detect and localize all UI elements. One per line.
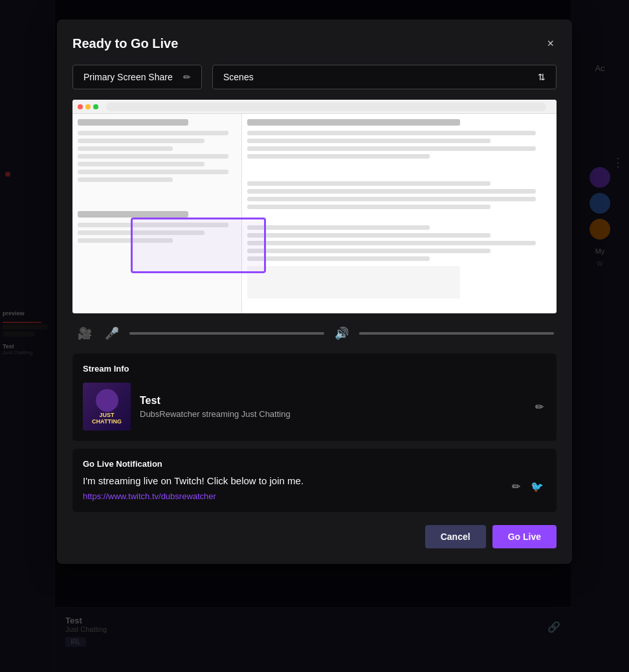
browser-text-7 [78,170,228,174]
browser-right-text-12 [247,241,536,245]
browser-right-text-13 [247,249,491,253]
notification-section: Go Live Notification I'm streaming live … [72,449,557,512]
stream-text-info: Test DubsRewatcher streaming Just Chatti… [140,395,524,419]
browser-right-text-4 [247,146,536,151]
browser-right-text-8 [247,197,536,201]
screen-share-label: Primary Screen Share [83,72,173,82]
stream-info-section: Stream Info JustChatting Test DubsRewatc… [72,353,557,441]
notification-text-area: I'm streaming live on Twitch! Click belo… [83,475,502,502]
av-controls: 🎥 🎤 🔊 [72,324,557,343]
go-live-button[interactable]: Go Live [492,525,557,548]
browser-bar [72,100,557,114]
browser-right-panel [242,114,557,313]
browser-right-text-1 [247,119,460,126]
notification-link[interactable]: https://www.twitch.tv/dubsrewatcher [83,491,216,501]
browser-text-8 [78,177,173,182]
stream-thumbnail: JustChatting [83,383,131,431]
notification-message: I'm streaming live on Twitch! Click belo… [83,475,502,486]
stream-info-edit-button[interactable]: ✏ [533,398,546,416]
volume-button[interactable]: 🔊 [332,324,351,343]
thumbnail-inner: JustChatting [83,383,131,431]
notification-edit-button[interactable]: ✏ [509,478,523,495]
browser-dot-yellow [85,104,91,109]
browser-content [72,114,557,313]
browser-text-9 [78,211,188,218]
close-button[interactable]: × [544,35,557,52]
chevron-icon: ⇅ [538,72,546,82]
browser-text-5 [78,154,228,159]
browser-text-4 [78,146,173,151]
modal-footer: Cancel Go Live [72,525,557,548]
stream-description: DubsRewatcher streaming Just Chatting [140,409,524,419]
scenes-dropdown[interactable]: Scenes ⇅ [212,65,557,89]
screen-share-button[interactable]: Primary Screen Share ✏ [72,65,202,89]
browser-dot-red [78,104,83,109]
preview-area [72,100,557,313]
scenes-label: Scenes [223,72,254,82]
notification-twitter-button[interactable]: 🐦 [528,478,546,495]
modal: Ready to Go Live × Primary Screen Share … [57,19,572,564]
browser-right-text-6 [247,181,491,186]
browser-dot-green [93,104,98,109]
stream-info-title: Stream Info [83,364,546,374]
browser-right-text-14 [247,256,430,261]
browser-mockup [72,100,557,313]
browser-text-3 [78,139,204,143]
modal-header: Ready to Go Live × [72,35,557,52]
video-button[interactable]: 🎥 [75,324,94,343]
screen-share-edit-icon: ✏ [183,72,191,82]
cancel-button[interactable]: Cancel [425,525,486,548]
thumbnail-circle [96,389,118,412]
browser-right-text-10 [247,225,430,230]
browser-text-6 [78,162,204,166]
notification-body: I'm streaming live on Twitch! Click belo… [83,475,546,502]
mic-button[interactable]: 🎤 [102,324,122,343]
stream-info-content: JustChatting Test DubsRewatcher streamin… [83,383,546,431]
stream-title: Test [140,395,524,407]
volume-slider-fill [359,332,554,335]
notification-title: Go Live Notification [83,459,546,469]
thumbnail-text: JustChatting [83,412,131,425]
browser-text-1 [78,119,188,126]
browser-right-text-11 [247,233,491,238]
audio-slider-fill [129,332,324,335]
browser-right-text-3 [247,139,491,143]
notification-actions: ✏ 🐦 [509,478,546,495]
modal-title: Ready to Go Live [72,36,178,51]
browser-url-bar [106,102,546,111]
browser-text-2 [78,131,228,135]
browser-right-text-2 [247,131,536,135]
audio-slider[interactable] [129,332,324,335]
selection-box [131,218,266,273]
browser-right-text-7 [247,189,536,194]
browser-right-text-9 [247,205,491,209]
browser-right-text-5 [247,154,430,159]
controls-row: Primary Screen Share ✏ Scenes ⇅ [72,65,557,89]
browser-left-panel [72,114,242,313]
volume-slider[interactable] [359,332,554,335]
